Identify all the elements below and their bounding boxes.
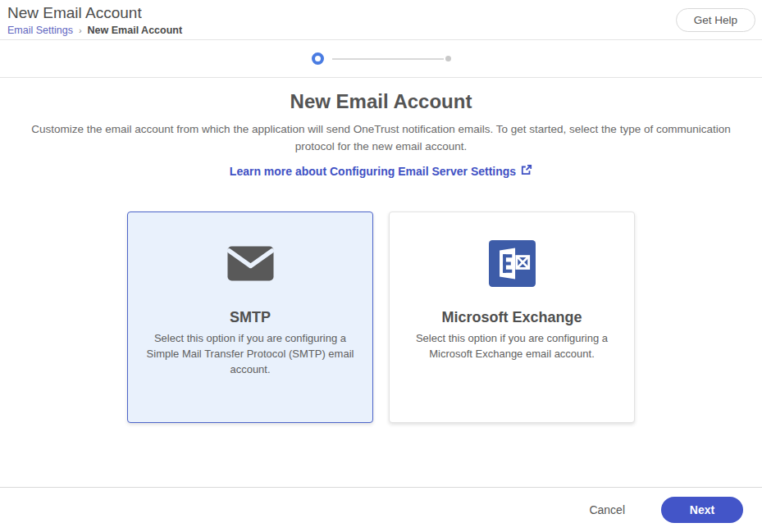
top-header: New Email Account Email Settings › New E… <box>0 0 762 40</box>
external-link-icon <box>521 164 532 179</box>
exchange-card-title: Microsoft Exchange <box>441 308 582 326</box>
smtp-icon-wrap <box>227 225 274 304</box>
learn-more-label: Learn more about Configuring Email Serve… <box>230 164 516 179</box>
main-description: Customize the email account from which t… <box>24 120 739 155</box>
wizard-stepper <box>0 40 762 78</box>
wizard-footer: Cancel Next <box>0 487 762 532</box>
header-title-block: New Email Account Email Settings › New E… <box>7 3 182 37</box>
main-heading: New Email Account <box>0 89 762 114</box>
breadcrumb-current: New Email Account <box>88 24 183 37</box>
envelope-icon <box>227 246 274 284</box>
breadcrumb: Email Settings › New Email Account <box>7 24 182 37</box>
step-1-active-dot <box>312 52 324 65</box>
protocol-options: SMTP Select this option if you are confi… <box>0 211 762 423</box>
option-card-exchange[interactable]: Microsoft Exchange Select this option if… <box>389 211 635 423</box>
ms-exchange-icon <box>489 240 536 290</box>
step-connector-line <box>332 58 444 60</box>
get-help-button[interactable]: Get Help <box>676 8 755 32</box>
step-2-inactive-dot <box>445 56 451 61</box>
exchange-card-description: Select this option if you are configurin… <box>404 330 619 361</box>
smtp-card-description: Select this option if you are configurin… <box>143 330 358 377</box>
smtp-card-title: SMTP <box>230 308 271 326</box>
exchange-icon-wrap <box>489 225 536 304</box>
learn-more-link[interactable]: Learn more about Configuring Email Serve… <box>230 164 532 179</box>
next-button[interactable]: Next <box>661 497 743 523</box>
main-content: New Email Account Customize the email ac… <box>0 78 762 487</box>
page-title: New Email Account <box>7 3 182 23</box>
option-card-smtp[interactable]: SMTP Select this option if you are confi… <box>127 211 373 423</box>
cancel-button[interactable]: Cancel <box>589 503 625 516</box>
breadcrumb-separator-icon: › <box>79 24 82 37</box>
breadcrumb-email-settings[interactable]: Email Settings <box>7 24 73 37</box>
